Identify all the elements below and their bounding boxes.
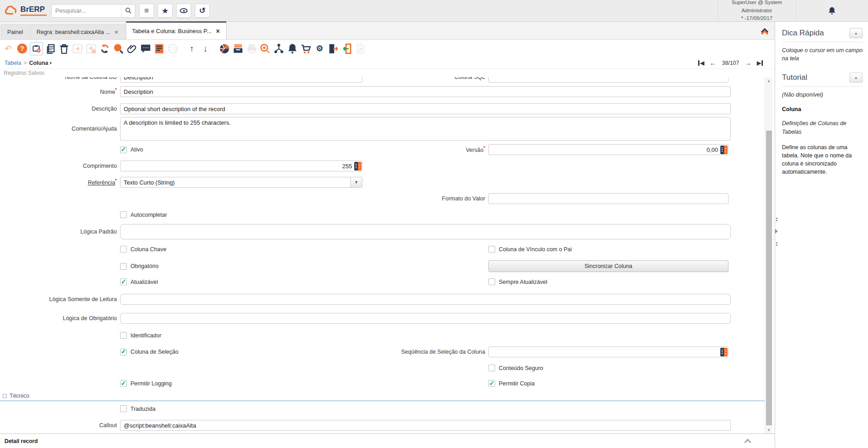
requery-icon[interactable] xyxy=(99,43,111,55)
coluna-sql-field[interactable] xyxy=(488,77,728,83)
traduzida-checkbox[interactable] xyxy=(120,405,127,412)
splitter-collapse-icon[interactable] xyxy=(775,229,778,234)
permitir-copia-checkbox[interactable]: ✓ xyxy=(488,380,495,387)
csv-import-icon[interactable] xyxy=(354,43,366,55)
identificador-checkbox[interactable] xyxy=(120,332,127,339)
close-icon[interactable]: ✕ xyxy=(114,29,118,35)
recent-viewed-button[interactable] xyxy=(176,4,191,18)
scroll-down-icon[interactable]: ▼ xyxy=(765,427,772,433)
logica-somente-leitura-field[interactable] xyxy=(120,294,731,305)
logica-padrao-field[interactable] xyxy=(120,224,731,239)
process-icon[interactable]: ⚙ xyxy=(313,43,326,55)
tab-painel[interactable]: Painel xyxy=(1,24,29,39)
referencia-field[interactable]: Texto Curto (String) xyxy=(120,177,351,188)
tab-tabela-coluna[interactable]: Tabela e Coluna: Business P...✕ xyxy=(126,21,227,39)
history-button[interactable]: ↺ xyxy=(195,4,210,18)
alert-icon[interactable] xyxy=(286,43,299,55)
required-marker: * xyxy=(115,178,117,183)
field-value: Texto Curto (String) xyxy=(124,179,175,186)
end-window-icon[interactable] xyxy=(341,43,353,55)
archive-icon[interactable] xyxy=(232,43,244,55)
favorites-button[interactable]: ★ xyxy=(158,4,173,18)
collapse-tutorial-button[interactable]: ▲ xyxy=(849,73,863,83)
expand-detail-icon[interactable] xyxy=(744,439,752,446)
chart-icon[interactable] xyxy=(218,43,231,55)
permitir-logging-checkbox[interactable]: ✓ xyxy=(120,380,127,387)
descricao-field[interactable]: Optional short description of the record xyxy=(120,103,731,114)
sequencia-selecao-field[interactable] xyxy=(488,346,728,357)
parent-record-icon[interactable]: ↑ xyxy=(186,43,198,55)
user-menu[interactable]: SuperUser @ System Administrator * -17/0… xyxy=(718,0,796,21)
new-record-icon xyxy=(32,44,41,54)
print-icon[interactable] xyxy=(246,43,258,55)
log-icon[interactable] xyxy=(153,43,165,55)
comprimento-field[interactable]: 255 xyxy=(120,161,362,171)
nome-coluna-bd-field[interactable]: Description xyxy=(120,77,362,83)
save-create-icon[interactable] xyxy=(85,43,97,55)
search-input[interactable] xyxy=(52,7,121,14)
menu-button[interactable]: ≡ xyxy=(139,4,154,18)
coluna-chave-checkbox[interactable] xyxy=(120,246,127,253)
customize-icon[interactable] xyxy=(167,43,179,55)
search-button[interactable] xyxy=(121,5,135,17)
versao-field[interactable]: 0,00 xyxy=(488,144,728,155)
vertical-scrollbar[interactable]: ▲ ▼ xyxy=(765,77,772,433)
brerp-logo[interactable]: BrERP xyxy=(0,4,50,18)
window-toolbar: ↶ ? ↑ ↓ ⚙ xyxy=(0,40,775,57)
breadcrumb-current[interactable]: Coluna xyxy=(29,60,48,66)
ignore-changes-icon[interactable]: ↶ xyxy=(2,43,14,55)
nome-field[interactable]: Description xyxy=(120,86,731,97)
delete-record-icon[interactable] xyxy=(58,43,70,55)
conteudo-seguro-checkbox[interactable] xyxy=(488,365,495,371)
calculator-icon[interactable] xyxy=(720,146,728,154)
splitter-grip[interactable] xyxy=(776,218,777,219)
find-icon[interactable] xyxy=(112,43,125,55)
combo-arrow-button[interactable]: ▼ xyxy=(351,177,362,188)
checkbox-label: Coluna de Vínculo com o Pai xyxy=(499,246,572,253)
atualizavel-checkbox[interactable]: ✓ xyxy=(120,278,127,285)
help-icon[interactable]: ? xyxy=(17,44,27,54)
chevron-down-icon[interactable]: ▾ xyxy=(50,61,52,65)
form-row: Formato do Valor xyxy=(3,193,728,204)
ativo-checkbox[interactable]: ✓ xyxy=(120,146,127,153)
collapse-quick-tip-button[interactable]: ▲ xyxy=(849,28,863,38)
calculator-icon[interactable] xyxy=(720,348,728,356)
first-record-icon[interactable]: ◀ xyxy=(698,60,704,66)
close-icon[interactable]: ✕ xyxy=(216,28,220,34)
delete-selection-icon[interactable] xyxy=(72,43,84,55)
coluna-selecao-checkbox[interactable]: ✓ xyxy=(120,349,127,355)
new-record-button[interactable] xyxy=(30,42,43,55)
breadcrumb-parent[interactable]: Tabela xyxy=(5,60,21,66)
attachment-icon[interactable] xyxy=(126,43,138,55)
obrigatorio-checkbox[interactable] xyxy=(120,263,127,270)
workflow-icon[interactable] xyxy=(273,43,285,55)
autocompletar-checkbox[interactable] xyxy=(120,211,127,218)
chat-icon[interactable] xyxy=(140,43,152,55)
zoom-across-icon[interactable] xyxy=(259,43,271,55)
collapse-header-button[interactable] xyxy=(762,29,767,36)
formato-valor-field[interactable] xyxy=(488,193,728,204)
previous-record-icon[interactable]: ← xyxy=(710,59,717,66)
sincronizar-coluna-button[interactable]: Sincronizar Coluna xyxy=(488,260,728,272)
splitter-grip[interactable] xyxy=(776,242,777,243)
notifications-button[interactable] xyxy=(796,0,868,21)
callout-field[interactable]: @script:beanshell:caixaAlta xyxy=(120,420,731,431)
detail-record-icon[interactable]: ↓ xyxy=(199,43,212,55)
copy-record-icon[interactable] xyxy=(44,43,57,55)
comentario-field[interactable]: A description is limited to 255 characte… xyxy=(120,117,731,141)
tab-regra[interactable]: Regra: beanshell:caixaAlta ...✕ xyxy=(30,24,125,39)
last-record-icon[interactable]: ▶ xyxy=(757,60,763,66)
scrollbar-thumb[interactable] xyxy=(766,131,772,425)
request-icon[interactable] xyxy=(300,43,312,55)
logica-obrigatorio-field[interactable] xyxy=(120,313,731,324)
tecnico-group-header[interactable]: Técnico xyxy=(0,393,765,401)
calculator-icon[interactable] xyxy=(354,162,362,170)
referencia-combobox[interactable]: Texto Curto (String)▼ xyxy=(120,177,362,188)
required-marker: * xyxy=(483,146,485,151)
field-value: @script:beanshell:caixaAlta xyxy=(124,422,196,429)
coluna-vinculo-pai-checkbox[interactable] xyxy=(488,246,495,253)
export-icon[interactable] xyxy=(327,43,339,55)
sempre-atualizavel-checkbox[interactable] xyxy=(488,278,495,285)
scroll-up-icon[interactable]: ▲ xyxy=(765,78,772,84)
next-record-icon[interactable]: → xyxy=(745,59,752,66)
